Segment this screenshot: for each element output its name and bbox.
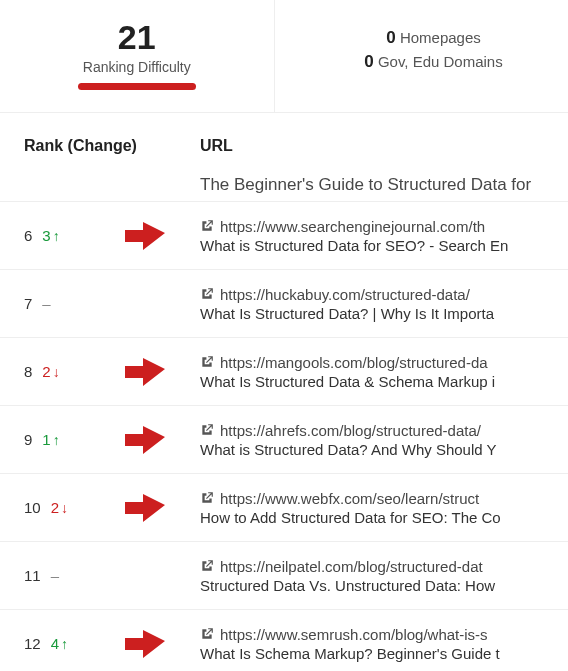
- external-link-icon: [200, 627, 214, 641]
- url-cell: https://www.semrush.com/blog/what-is-sWh…: [200, 626, 568, 662]
- url-text: https://www.searchenginejournal.com/th: [220, 218, 485, 235]
- arrow-up-icon: ↑: [53, 228, 60, 244]
- domain-stats: 0 Homepages 0 Gov, Edu Domains: [275, 0, 569, 112]
- rank-change: 2↓: [42, 363, 59, 380]
- rank-change-value: 3: [42, 227, 50, 244]
- url-text: https://ahrefs.com/blog/structured-data/: [220, 422, 481, 439]
- url-text: https://mangools.com/blog/structured-da: [220, 354, 488, 371]
- table-row[interactable]: 63↑https://www.searchenginejournal.com/t…: [0, 201, 568, 269]
- flag-cell: [90, 357, 200, 387]
- rank-change: 3↑: [42, 227, 59, 244]
- result-title: What Is Structured Data & Schema Markup …: [200, 373, 568, 390]
- url-text: https://www.webfx.com/seo/learn/struct: [220, 490, 479, 507]
- stat-homepages-value: 0: [382, 28, 396, 48]
- summary-panel: 21 Ranking Difficulty 0 Homepages 0 Gov,…: [0, 0, 568, 113]
- ranking-difficulty-label: Ranking Difficulty: [10, 59, 264, 75]
- arrow-down-icon: ↓: [53, 364, 60, 380]
- rank-change: –: [51, 567, 59, 584]
- result-url[interactable]: https://www.webfx.com/seo/learn/struct: [200, 490, 568, 507]
- table-row[interactable]: 124↑https://www.semrush.com/blog/what-is…: [0, 609, 568, 671]
- results-table: 63↑https://www.searchenginejournal.com/t…: [0, 201, 568, 671]
- url-cell: https://www.webfx.com/seo/learn/structHo…: [200, 490, 568, 526]
- external-link-icon: [200, 423, 214, 437]
- rank-number: 8: [24, 363, 32, 380]
- external-link-icon: [200, 287, 214, 301]
- pointer-left-icon: [125, 629, 165, 659]
- external-link-icon: [200, 219, 214, 233]
- pointer-left-icon: [125, 425, 165, 455]
- result-url[interactable]: https://huckabuy.com/structured-data/: [200, 286, 568, 303]
- rank-number: 11: [24, 567, 41, 584]
- stat-gov-edu-label: Gov, Edu Domains: [378, 53, 503, 70]
- external-link-icon: [200, 491, 214, 505]
- result-title: How to Add Structured Data for SEO: The …: [200, 509, 568, 526]
- result-url[interactable]: https://mangools.com/blog/structured-da: [200, 354, 568, 371]
- external-link-icon: [200, 559, 214, 573]
- rank-change-value: 2: [51, 499, 59, 516]
- rank-change-value: 1: [42, 431, 50, 448]
- url-cell: https://www.searchenginejournal.com/thWh…: [200, 218, 568, 254]
- rank-cell: 82↓: [24, 363, 90, 380]
- table-row[interactable]: 82↓https://mangools.com/blog/structured-…: [0, 337, 568, 405]
- result-url[interactable]: https://www.searchenginejournal.com/th: [200, 218, 568, 235]
- table-row[interactable]: 11–https://neilpatel.com/blog/structured…: [0, 541, 568, 609]
- result-title: What Is Schema Markup? Beginner's Guide …: [200, 645, 568, 662]
- url-text: https://www.semrush.com/blog/what-is-s: [220, 626, 488, 643]
- url-cell: https://huckabuy.com/structured-data/Wha…: [200, 286, 568, 322]
- table-row[interactable]: 7–https://huckabuy.com/structured-data/W…: [0, 269, 568, 337]
- result-title: Structured Data Vs. Unstructured Data: H…: [200, 577, 568, 594]
- rank-change: 4↑: [51, 635, 68, 652]
- rank-change-value: 2: [42, 363, 50, 380]
- rank-cell: 102↓: [24, 499, 90, 516]
- rank-cell: 7–: [24, 295, 90, 312]
- rank-change-value: 4: [51, 635, 59, 652]
- arrow-up-icon: ↑: [53, 432, 60, 448]
- stat-gov-edu: 0 Gov, Edu Domains: [305, 52, 559, 72]
- url-cell: https://ahrefs.com/blog/structured-data/…: [200, 422, 568, 458]
- stat-gov-edu-value: 0: [360, 52, 374, 72]
- rank-cell: 124↑: [24, 635, 90, 652]
- rank-cell: 11–: [24, 567, 90, 584]
- flag-cell: [90, 425, 200, 455]
- table-row[interactable]: 91↑https://ahrefs.com/blog/structured-da…: [0, 405, 568, 473]
- pointer-left-icon: [125, 357, 165, 387]
- table-header: Rank (Change) URL: [0, 113, 568, 175]
- result-title: What Is Structured Data? | Why Is It Imp…: [200, 305, 568, 322]
- result-url[interactable]: https://neilpatel.com/blog/structured-da…: [200, 558, 568, 575]
- result-url[interactable]: https://www.semrush.com/blog/what-is-s: [200, 626, 568, 643]
- url-cell: https://mangools.com/blog/structured-daW…: [200, 354, 568, 390]
- rank-number: 6: [24, 227, 32, 244]
- flag-cell: [90, 493, 200, 523]
- ranking-difficulty-card: 21 Ranking Difficulty: [0, 0, 275, 112]
- pointer-left-icon: [125, 493, 165, 523]
- header-rank: Rank (Change): [24, 137, 200, 155]
- flag-cell: [90, 221, 200, 251]
- ranking-difficulty-value: 21: [10, 18, 264, 57]
- rank-number: 7: [24, 295, 32, 312]
- result-url[interactable]: https://ahrefs.com/blog/structured-data/: [200, 422, 568, 439]
- rank-number: 10: [24, 499, 41, 516]
- url-text: https://neilpatel.com/blog/structured-da…: [220, 558, 483, 575]
- header-url: URL: [200, 137, 568, 155]
- pointer-left-icon: [125, 221, 165, 251]
- url-text: https://huckabuy.com/structured-data/: [220, 286, 470, 303]
- flag-cell: [90, 629, 200, 659]
- stat-homepages-label: Homepages: [400, 29, 481, 46]
- arrow-down-icon: ↓: [61, 500, 68, 516]
- rank-cell: 63↑: [24, 227, 90, 244]
- rank-cell: 91↑: [24, 431, 90, 448]
- rank-change: 2↓: [51, 499, 68, 516]
- external-link-icon: [200, 355, 214, 369]
- rank-number: 9: [24, 431, 32, 448]
- result-title: What is Structured Data? And Why Should …: [200, 441, 568, 458]
- url-cell: https://neilpatel.com/blog/structured-da…: [200, 558, 568, 594]
- active-underline: [78, 83, 196, 90]
- rank-number: 12: [24, 635, 41, 652]
- rank-change: 1↑: [42, 431, 59, 448]
- table-row[interactable]: 102↓https://www.webfx.com/seo/learn/stru…: [0, 473, 568, 541]
- arrow-up-icon: ↑: [61, 636, 68, 652]
- prev-row-title: The Beginner's Guide to Structured Data …: [0, 175, 568, 201]
- rank-change: –: [42, 295, 50, 312]
- stat-homepages: 0 Homepages: [305, 28, 559, 48]
- result-title: What is Structured Data for SEO? - Searc…: [200, 237, 568, 254]
